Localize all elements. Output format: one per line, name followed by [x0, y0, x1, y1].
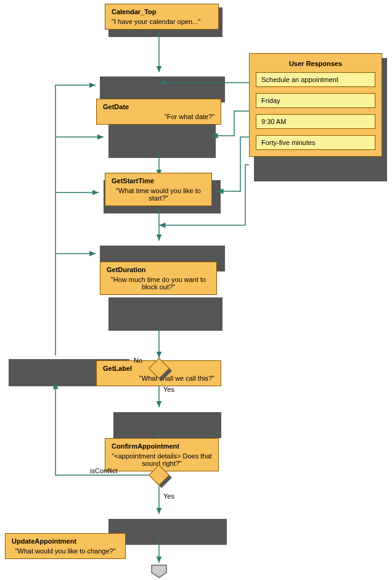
user-response-item: Friday [256, 93, 375, 108]
label-yes: Yes [163, 386, 174, 393]
node-sub: "I have your calendar open..." [112, 18, 212, 25]
end-icon [150, 564, 168, 580]
user-responses-title: User Responses [256, 60, 375, 67]
node-sub: "What time would you like to start?" [112, 187, 205, 202]
decision-confirm [149, 358, 169, 379]
node-get-start-time: GetStartTime "What time would you like t… [105, 173, 212, 206]
node-update-appointment: UpdateAppointment "What would you like t… [5, 533, 126, 559]
node-get-duration: GetDuration "How much time do you want t… [100, 262, 217, 295]
node-title: ConfirmAppointment [112, 442, 212, 450]
user-response-item: Schedule an appointment [256, 72, 375, 87]
svg-marker-14 [152, 565, 166, 578]
user-response-item: Forty-five minutes [256, 135, 375, 150]
label-no: No [134, 357, 142, 364]
decision-conflict [149, 465, 169, 486]
node-get-date: GetDate "For what date?" [96, 99, 221, 125]
node-title: GetDate [103, 103, 214, 110]
node-title: GetDuration [107, 266, 210, 273]
user-response-item: 9:30 AM [256, 114, 375, 129]
node-title: UpdateAppointment [12, 537, 119, 545]
node-sub: "For what date?" [103, 113, 214, 120]
node-title: GetStartTime [112, 177, 205, 184]
label-isconflict: isConflict [90, 467, 118, 474]
node-sub: "What would you like to change?" [12, 547, 119, 555]
node-sub: "How much time do you want to block out?… [107, 276, 210, 291]
node-title: Calendar_Top [112, 8, 212, 15]
user-responses-panel: User Responses Schedule an appointment F… [249, 53, 382, 157]
label-yes2: Yes [163, 492, 174, 500]
node-calendar-top: Calendar_Top "I have your calendar open.… [105, 4, 219, 30]
